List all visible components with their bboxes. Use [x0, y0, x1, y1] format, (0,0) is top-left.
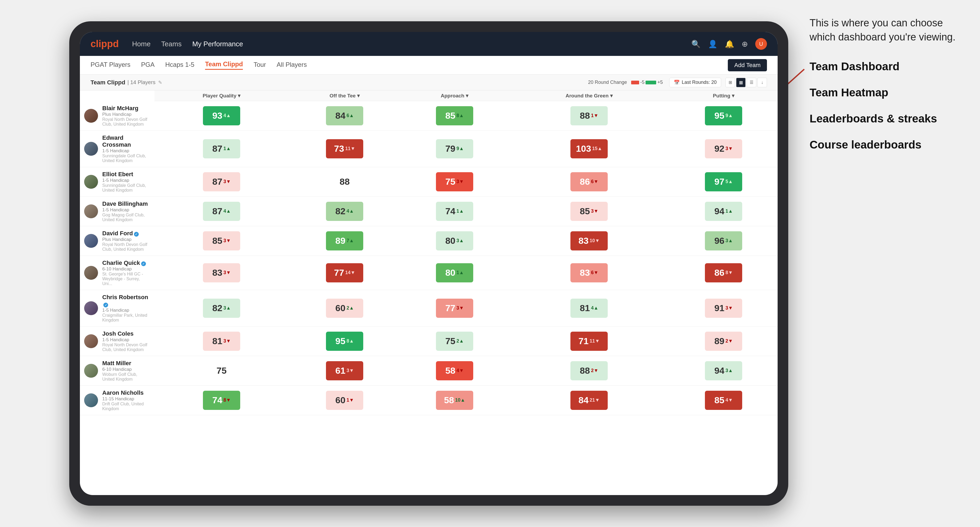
score-box: 858▲ — [436, 106, 473, 125]
player-cell[interactable]: Chris Robertson✓1-5 HandicapCraigmillar … — [80, 290, 154, 326]
table-row: Dave Billingham1-5 HandicapGog Magog Gol… — [80, 197, 778, 226]
subnav-tour[interactable]: Tour — [253, 61, 266, 70]
score-cell: 868▼ — [670, 256, 778, 290]
add-team-button[interactable]: Add Team — [728, 59, 767, 71]
score-cell: 853▼ — [154, 226, 289, 256]
download-btn[interactable]: ↓ — [757, 78, 767, 87]
player-cell[interactable]: Matt Miller6-10 HandicapWoburn Golf Club… — [80, 356, 154, 386]
player-handicap: 6-10 Handicap — [102, 367, 150, 372]
score-cell: 8421▼ — [509, 386, 670, 415]
player-name: Dave Billingham — [102, 200, 150, 207]
player-cell[interactable]: Blair McHargPlus HandicapRoyal North Dev… — [80, 101, 154, 131]
score-change: 8▲ — [457, 113, 464, 119]
tablet-frame: clippd Home Teams My Performance 🔍 👤 🔔 ⊕… — [69, 21, 788, 506]
score-number: 60 — [335, 303, 345, 313]
last-rounds-button[interactable]: 📅 Last Rounds: 20 — [669, 78, 721, 87]
score-box: 871▲ — [203, 139, 240, 158]
player-club: St. George's Hill GC - Weybridge - Surre… — [102, 272, 150, 286]
score-number: 75 — [445, 176, 455, 187]
player-cell[interactable]: Dave Billingham1-5 HandicapGog Magog Gol… — [80, 197, 154, 226]
player-cell[interactable]: Elliot Ebert1-5 HandicapSunningdale Golf… — [80, 167, 154, 197]
score-change: 10▲ — [455, 397, 465, 403]
score-change: 15▲ — [592, 146, 602, 151]
score-cell: 7311▼ — [289, 130, 401, 167]
score-box: 923▼ — [705, 139, 742, 158]
edit-icon[interactable]: ✎ — [158, 79, 162, 86]
score-change: 1▲ — [457, 208, 464, 214]
player-name: Blair McHarg — [102, 105, 150, 112]
player-cell[interactable]: Aaron Nicholls11-15 HandicapDrift Golf C… — [80, 386, 154, 415]
score-number: 83 — [580, 268, 590, 278]
score-cell: 801▲ — [401, 256, 508, 290]
avatar — [84, 142, 98, 156]
player-cell[interactable]: Josh Coles1-5 HandicapRoyal North Devon … — [80, 326, 154, 356]
bell-icon[interactable]: 🔔 — [725, 40, 734, 48]
score-cell: 7111▼ — [509, 326, 670, 356]
score-cell: 854▼ — [670, 386, 778, 415]
user-icon[interactable]: 👤 — [708, 40, 718, 48]
score-change: 3▲ — [725, 368, 733, 373]
list-view-btn[interactable]: ☰ — [747, 78, 756, 87]
score-box: 8421▼ — [570, 391, 608, 410]
round-change-label: 20 Round Change — [588, 79, 627, 85]
player-handicap: 1-5 Handicap — [102, 308, 150, 313]
annotation-area: This is where you can choose which dashb… — [810, 16, 964, 165]
nav-link-home[interactable]: Home — [132, 40, 151, 48]
score-number: 91 — [714, 303, 724, 313]
score-box: 854▼ — [705, 391, 742, 410]
avatar — [84, 109, 98, 123]
score-box: 963▲ — [705, 231, 742, 251]
heatmap-view-btn[interactable]: ▦ — [736, 78, 746, 87]
avatar[interactable]: U — [755, 38, 767, 50]
score-change: 3▼ — [223, 338, 231, 344]
search-icon[interactable]: 🔍 — [691, 40, 701, 48]
settings-icon[interactable]: ⊕ — [741, 40, 748, 48]
subnav-teamclippd[interactable]: Team Clippd — [205, 60, 243, 70]
score-box: 613▼ — [326, 361, 363, 380]
annotation-intro: This is where you can choose which dashb… — [810, 16, 964, 44]
round-change-bar: -5 +5 — [631, 79, 663, 85]
grid-view-btn[interactable]: ⊞ — [725, 78, 735, 87]
subnav-pgat[interactable]: PGAT Players — [91, 61, 130, 70]
score-change: 2▼ — [725, 338, 733, 344]
score-cell: 913▼ — [670, 290, 778, 326]
player-club: Royal North Devon Golf Club, United King… — [102, 117, 150, 127]
player-handicap: 1-5 Handicap — [102, 337, 150, 343]
score-number: 92 — [714, 143, 724, 154]
nav-link-teams[interactable]: Teams — [161, 40, 181, 48]
score-cell: 881▼ — [509, 101, 670, 131]
player-cell[interactable]: Charlie Quick✓6-10 HandicapSt. George's … — [80, 256, 154, 290]
score-number: 85 — [580, 206, 590, 216]
score-change: 8▼ — [223, 397, 231, 403]
avatar — [84, 364, 98, 378]
score-change: 1▼ — [591, 113, 598, 119]
score-number: 103 — [576, 143, 591, 154]
team-count: | 14 Players — [127, 79, 155, 86]
score-box: 801▲ — [436, 263, 473, 283]
score-change: 3▼ — [725, 146, 733, 151]
score-box: 5810▲ — [436, 391, 473, 410]
score-box: 799▲ — [436, 139, 473, 158]
nav-link-myperformance[interactable]: My Performance — [192, 40, 243, 48]
score-number: 84 — [335, 110, 345, 121]
score-box: 833▼ — [203, 263, 240, 283]
player-club: Royal North Devon Golf Club, United King… — [102, 242, 150, 252]
subnav-hcaps[interactable]: Hcaps 1-5 — [165, 61, 194, 70]
avatar — [84, 301, 98, 315]
score-box: 741▲ — [436, 202, 473, 221]
subnav-allplayers[interactable]: All Players — [277, 61, 307, 70]
score-box: 943▲ — [705, 361, 742, 380]
score-number: 60 — [335, 395, 345, 405]
subnav-pga[interactable]: PGA — [141, 61, 155, 70]
score-number: 96 — [714, 236, 724, 246]
player-cell[interactable]: David Ford✓Plus HandicapRoyal North Devo… — [80, 226, 154, 256]
player-club: Royal North Devon Golf Club, United King… — [102, 343, 150, 352]
score-number: 87 — [212, 176, 222, 187]
score-box: 853▼ — [203, 231, 240, 251]
score-cell: 892▼ — [670, 326, 778, 356]
player-cell[interactable]: Edward Crossman1-5 HandicapSunningdale G… — [80, 130, 154, 167]
score-box: 959▲ — [705, 106, 742, 125]
score-change: 1▲ — [725, 208, 733, 214]
score-cell: 613▼ — [289, 356, 401, 386]
score-cell: 853▼ — [509, 197, 670, 226]
